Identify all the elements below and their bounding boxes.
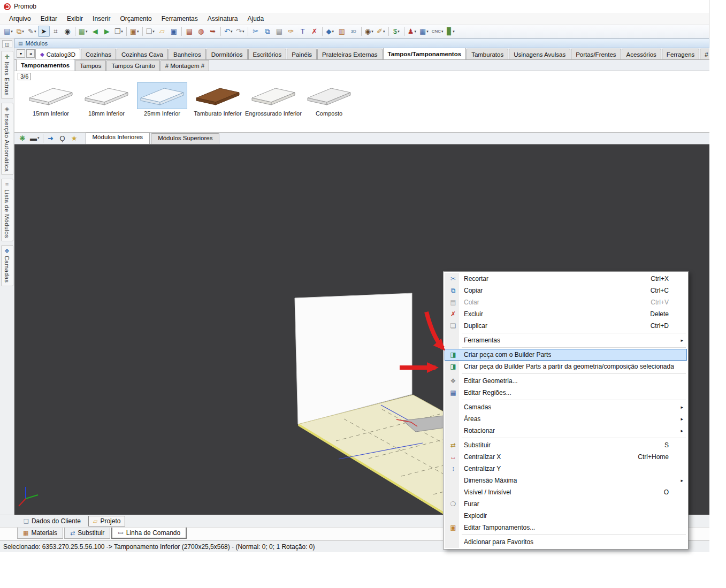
dropdown-arrow-icon[interactable]: ▾ [152, 29, 155, 34]
menu-item-criar-peca-com-builder-parts[interactable]: ◨Criar peça com o Builder Parts [445, 349, 687, 361]
catalog-tab[interactable]: Cozinhas Cava [117, 49, 168, 59]
context-menu-item[interactable]: ▣Editar Tamponamentos... [445, 522, 687, 533]
apply-module-button[interactable]: ➜ [45, 133, 57, 144]
dropdown-arrow-icon[interactable]: ▾ [37, 136, 40, 140]
paste-button[interactable]: ▤ [273, 26, 285, 37]
autohide-pin-button[interactable]: ◫ [2, 40, 12, 48]
context-menu-item[interactable]: Adicionar para Favoritos [445, 536, 687, 548]
select-cursor-button[interactable]: ➤ [38, 26, 50, 37]
copy-structure-button[interactable]: ⧉▾ [14, 26, 26, 37]
view-tab[interactable]: Módulos Superiores [151, 133, 219, 144]
category-tab[interactable]: Tampos [75, 60, 106, 71]
dropdown-arrow-icon[interactable]: ▾ [332, 29, 334, 34]
context-menu-item[interactable]: Rotacionar▸ [445, 425, 687, 437]
bottom-tab-projeto[interactable]: ▱Projeto [88, 516, 126, 526]
catalog-back-button[interactable]: ◂ [26, 49, 35, 58]
context-menu-item[interactable]: ⇄SubstituirS [445, 439, 687, 451]
new-project-button[interactable]: ❏▾ [144, 26, 156, 37]
copy-button[interactable]: ⧉ [262, 26, 273, 37]
dropdown-arrow-icon[interactable]: ▾ [441, 29, 444, 34]
dropdown-arrow-icon[interactable]: ▾ [22, 29, 24, 34]
dimension-button[interactable]: ⌗ [50, 26, 62, 37]
module-item[interactable]: Tamburato Inferior [190, 83, 246, 117]
dropdown-arrow-icon[interactable]: ▾ [414, 29, 416, 34]
view-eye-button[interactable]: ◉ [62, 26, 73, 37]
menubar-item-4[interactable]: Orçamento [115, 13, 156, 24]
catalog-tab[interactable]: Portas/Frentes [571, 49, 621, 59]
view-3d-button[interactable]: 3D [348, 26, 360, 37]
menubar-item-1[interactable]: Editar [36, 13, 62, 24]
table-button[interactable]: ▦▾ [418, 26, 430, 37]
dropdown-arrow-icon[interactable]: ▾ [453, 29, 455, 34]
context-menu-item[interactable]: ❍Furar [445, 498, 687, 510]
module-item[interactable]: 18mm Inferior [79, 83, 134, 117]
catalog-tab[interactable]: Painéis [287, 49, 317, 59]
dropdown-arrow-icon[interactable]: ▾ [398, 29, 400, 34]
report-button[interactable]: ▊▾ [445, 26, 457, 37]
budget-button[interactable]: $▾ [391, 26, 402, 37]
view-tab[interactable]: Módulos Inferiores [86, 132, 150, 144]
cnc-button[interactable]: CNC▾ [430, 26, 445, 37]
nav-forward-button[interactable]: ▶ [101, 26, 113, 37]
delete-button[interactable]: ✗ [309, 26, 320, 37]
visibility-button[interactable]: ◉▾ [363, 26, 375, 37]
open-project-button[interactable]: ▱ [156, 26, 168, 37]
catalog-tab[interactable]: Dormitórios [207, 49, 248, 59]
module-item[interactable]: Engrossurado Inferior [246, 83, 301, 117]
style-pen-button[interactable]: ✐▾ [375, 26, 387, 37]
dropdown-arrow-icon[interactable]: ▾ [371, 29, 373, 34]
cut-button[interactable]: ✂ [250, 26, 262, 37]
sidebar-tab-camadas[interactable]: ❖Camadas [1, 245, 13, 286]
dock-tab-materiais[interactable]: ▦Materiais [17, 528, 63, 539]
context-menu-item[interactable]: ❏DuplicarCtrl+D [445, 320, 687, 332]
pick-tool-button[interactable]: ✑ [285, 26, 297, 37]
context-menu-item[interactable]: Dimensão Máxima▸ [445, 475, 687, 486]
insert-extra-button[interactable]: ❋ [17, 133, 28, 144]
favorites-button[interactable]: ★ [68, 133, 80, 144]
catalog-tab[interactable]: Cozinhas [81, 49, 116, 59]
search-module-button[interactable]: Ϙ [57, 133, 68, 144]
sidebar-tab-lista-de-modulos[interactable]: ≡Lista de Módulos [1, 179, 13, 241]
edit-style-button[interactable]: ✎▾ [26, 26, 38, 37]
sidebar-tab-itens-extras[interactable]: ✚Itens Extras [1, 51, 13, 99]
redo-button[interactable]: ↷▾ [234, 26, 246, 37]
dropdown-arrow-icon[interactable]: ▾ [231, 29, 233, 34]
menu-item-criar-peca-builder-parts-geometria[interactable]: ◨Criar peça do Builder Parts a partir da… [445, 361, 687, 372]
menubar-item-2[interactable]: Exibir [62, 13, 88, 24]
dock-tab-linha-de-comando[interactable]: ▭Linha de Comando [111, 528, 187, 539]
menubar-item-0[interactable]: Arquivo [4, 13, 36, 24]
new-window-button[interactable]: ❐▾ [113, 26, 125, 37]
catalog-tab[interactable]: ◆Catalog3D [35, 49, 80, 59]
dropdown-arrow-icon[interactable]: ▾ [426, 29, 429, 34]
columns-button[interactable]: ▥ [336, 26, 348, 37]
dropdown-arrow-icon[interactable]: ▾ [242, 29, 244, 34]
line-style-button[interactable]: ▬▾ [28, 133, 41, 144]
context-menu-item[interactable]: ▦Editar Regiões... [445, 387, 687, 399]
catalog-tab[interactable]: # Montagem # [700, 49, 709, 59]
bottom-tab-dados-do-cliente[interactable]: ❑Dados do Cliente [19, 516, 85, 526]
context-menu-item[interactable]: ✂RecortarCtrl+X [445, 273, 687, 285]
menubar-item-3[interactable]: Inserir [88, 13, 115, 24]
dropdown-arrow-icon[interactable]: ▾ [121, 29, 123, 34]
context-menu-item[interactable]: Áreas▸ [445, 413, 687, 425]
catalog-tab[interactable]: Acessórios [622, 49, 661, 59]
category-tab[interactable]: Tamponamentos [16, 59, 74, 71]
text-filter-button[interactable]: T [297, 26, 309, 37]
category-tab[interactable]: Tampos Granito [106, 60, 159, 71]
dropdown-arrow-icon[interactable]: ▾ [137, 29, 139, 34]
context-menu-item[interactable]: Visível / InvisívelO [445, 486, 687, 498]
menubar-item-7[interactable]: Ajuda [243, 13, 269, 24]
menubar-item-5[interactable]: Ferramentas [157, 13, 203, 24]
nav-back-button[interactable]: ◀ [89, 26, 101, 37]
context-menu-item[interactable]: ↔Centralizar XCtrl+Home [445, 451, 687, 463]
catalog-tab[interactable]: Tamburatos [467, 49, 508, 59]
context-menu-item[interactable]: ⧉CopiarCtrl+C [445, 285, 687, 296]
context-menu-item[interactable]: ❖Editar Geometria... [445, 375, 687, 387]
paste-layout-button[interactable]: ▤▾ [2, 26, 14, 37]
category-tab[interactable]: # Montagem # [161, 60, 210, 71]
layers-button[interactable]: ◆▾ [324, 26, 336, 37]
module-item[interactable]: 25mm Inferior [134, 83, 190, 117]
user-button[interactable]: ♟▾ [406, 26, 418, 37]
dropdown-arrow-icon[interactable]: ▾ [34, 29, 36, 34]
dropdown-arrow-icon[interactable]: ▾ [11, 29, 13, 34]
